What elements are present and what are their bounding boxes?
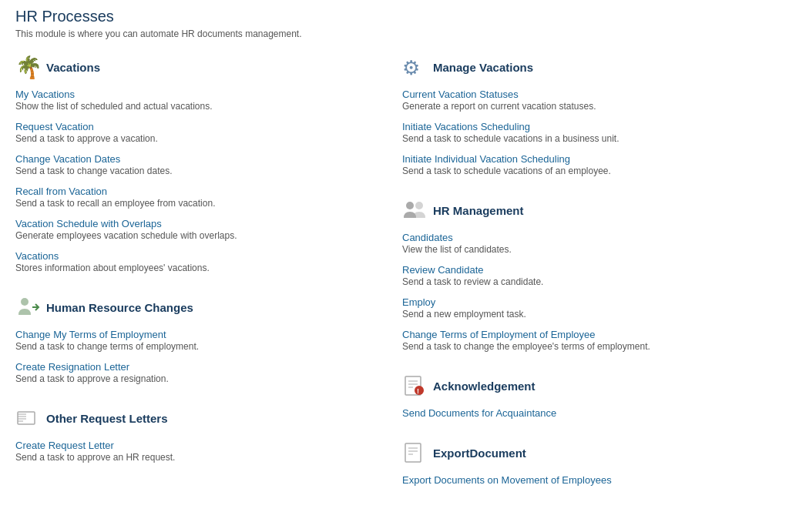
menu-desc-hr-changes-1: Send a task to approve a resignation.: [15, 373, 387, 384]
menu-link-vacations-1[interactable]: Request Vacation: [15, 121, 387, 132]
menu-link-vacations-5[interactable]: Vacations: [15, 250, 387, 262]
section-manage-vacations: ⚙ Manage VacationsCurrent Vacation Statu…: [402, 55, 774, 176]
menu-link-acknowledgement-0[interactable]: Send Documents for Acquaintance: [402, 407, 774, 419]
svg-point-14: [415, 386, 424, 395]
menu-desc-hr-changes-0: Send a task to change terms of employmen…: [15, 341, 387, 352]
menu-desc-manage-vacations-0: Generate a report on current vacation st…: [402, 101, 774, 112]
section-title-manage-vacations: Manage Vacations: [433, 61, 533, 74]
section-hr-management: HR ManagementCandidatesView the list of …: [402, 198, 774, 352]
section-header-export-document: ExportDocument: [402, 440, 774, 465]
menu-desc-vacations-0: Show the list of scheduled and actual va…: [15, 101, 387, 112]
ack-icon: !: [402, 373, 427, 398]
main-layout: 🌴 VacationsMy VacationsShow the list of …: [15, 55, 774, 507]
section-title-other-letters: Other Request Letters: [46, 412, 168, 425]
menu-link-other-letters-0[interactable]: Create Request Letter: [15, 440, 387, 451]
section-header-vacations: 🌴 Vacations: [15, 55, 387, 79]
menu-link-hr-management-0[interactable]: Candidates: [402, 232, 774, 243]
svg-rect-2: [18, 412, 35, 424]
section-hr-changes: Human Resource ChangesChange My Terms of…: [15, 295, 387, 384]
section-title-hr-changes: Human Resource Changes: [46, 301, 193, 314]
svg-point-8: [406, 202, 414, 209]
section-header-manage-vacations: ⚙ Manage Vacations: [402, 55, 774, 79]
menu-link-hr-management-2[interactable]: Employ: [402, 296, 774, 308]
menu-item: Review CandidateSend a task to review a …: [402, 264, 774, 287]
letter-icon: [15, 406, 40, 430]
menu-desc-hr-management-2: Send a new employment task.: [402, 309, 774, 320]
section-other-letters: Other Request LettersCreate Request Lett…: [15, 406, 387, 463]
menu-desc-vacations-2: Send a task to change vacation dates.: [15, 166, 387, 176]
menu-link-vacations-4[interactable]: Vacation Schedule with Overlaps: [15, 218, 387, 229]
menu-link-manage-vacations-1[interactable]: Initiate Vacations Scheduling: [402, 121, 774, 132]
menu-item: Change Terms of Employment of EmployeeSe…: [402, 329, 774, 352]
left-column: 🌴 VacationsMy VacationsShow the list of …: [15, 55, 387, 507]
section-header-hr-changes: Human Resource Changes: [15, 295, 387, 320]
svg-text:!: !: [417, 387, 419, 395]
section-header-acknowledgement: ! Acknowledgement: [402, 373, 774, 398]
menu-link-hr-management-3[interactable]: Change Terms of Employment of Employee: [402, 329, 774, 340]
gear-icon: ⚙: [402, 55, 427, 79]
menu-item: Recall from VacationSend a task to recal…: [15, 186, 387, 209]
menu-link-vacations-2[interactable]: Change Vacation Dates: [15, 153, 387, 165]
section-title-vacations: Vacations: [46, 61, 100, 74]
section-vacations: 🌴 VacationsMy VacationsShow the list of …: [15, 55, 387, 273]
section-header-other-letters: Other Request Letters: [15, 406, 387, 430]
menu-desc-hr-management-1: Send a task to review a candidate.: [402, 276, 774, 287]
hr-mgmt-icon: [402, 198, 427, 223]
menu-link-hr-management-1[interactable]: Review Candidate: [402, 264, 774, 276]
page-subtitle: This module is where you can automate HR…: [15, 28, 774, 39]
hr-changes-icon: [15, 295, 40, 320]
section-export-document: ExportDocumentExport Documents on Moveme…: [402, 440, 774, 486]
menu-item: Initiate Individual Vacation SchedulingS…: [402, 153, 774, 176]
palm-icon: 🌴: [15, 55, 40, 79]
menu-desc-hr-management-0: View the list of candidates.: [402, 244, 774, 255]
menu-item: CandidatesView the list of candidates.: [402, 232, 774, 255]
svg-point-9: [415, 202, 423, 209]
palm-icon: 🌴: [15, 55, 40, 79]
menu-link-vacations-0[interactable]: My Vacations: [15, 89, 387, 100]
section-title-acknowledgement: Acknowledgement: [433, 380, 536, 393]
hr-changes-icon: [15, 295, 40, 320]
ack-icon: !: [402, 373, 427, 398]
letter-icon: [15, 406, 40, 430]
export-icon: [402, 440, 427, 465]
svg-point-1: [21, 298, 29, 306]
section-title-hr-management: HR Management: [433, 204, 524, 217]
menu-link-manage-vacations-2[interactable]: Initiate Individual Vacation Scheduling: [402, 153, 774, 165]
menu-link-hr-changes-1[interactable]: Create Resignation Letter: [15, 361, 387, 373]
menu-item: VacationsStores information about employ…: [15, 250, 387, 273]
menu-item: Request VacationSend a task to approve a…: [15, 121, 387, 144]
gear-icon: ⚙: [402, 55, 427, 79]
menu-desc-vacations-4: Generate employees vacation schedule wit…: [15, 230, 387, 241]
menu-item: Change My Terms of EmploymentSend a task…: [15, 329, 387, 352]
section-header-hr-management: HR Management: [402, 198, 774, 223]
menu-link-hr-changes-0[interactable]: Change My Terms of Employment: [15, 329, 387, 340]
hr-mgmt-icon: [402, 198, 427, 223]
menu-item: Send Documents for Acquaintance: [402, 407, 774, 419]
menu-item: Change Vacation DatesSend a task to chan…: [15, 153, 387, 176]
section-title-export-document: ExportDocument: [433, 447, 526, 460]
menu-link-manage-vacations-0[interactable]: Current Vacation Statuses: [402, 89, 774, 100]
svg-text:⚙: ⚙: [402, 56, 420, 79]
section-acknowledgement: ! AcknowledgementSend Documents for Acqu…: [402, 373, 774, 419]
menu-item: Create Request LetterSend a task to appr…: [15, 440, 387, 463]
export-icon: [402, 440, 427, 465]
page-title: HR Processes: [15, 8, 774, 25]
svg-rect-16: [405, 443, 421, 462]
menu-link-vacations-3[interactable]: Recall from Vacation: [15, 186, 387, 197]
menu-desc-vacations-5: Stores information about employees' vaca…: [15, 263, 387, 273]
menu-item: EmploySend a new employment task.: [402, 296, 774, 320]
menu-item: Create Resignation LetterSend a task to …: [15, 361, 387, 384]
menu-desc-vacations-3: Send a task to recall an employee from v…: [15, 198, 387, 209]
menu-link-export-document-0[interactable]: Export Documents on Movement of Employee…: [402, 474, 774, 486]
menu-desc-other-letters-0: Send a task to approve an HR request.: [15, 452, 387, 463]
menu-desc-manage-vacations-2: Send a task to schedule vacations of an …: [402, 166, 774, 176]
menu-item: Current Vacation StatusesGenerate a repo…: [402, 89, 774, 112]
menu-desc-vacations-1: Send a task to approve a vacation.: [15, 133, 387, 144]
menu-desc-manage-vacations-1: Send a task to schedule vacations in a b…: [402, 133, 774, 144]
menu-item: Initiate Vacations SchedulingSend a task…: [402, 121, 774, 144]
menu-item: Export Documents on Movement of Employee…: [402, 474, 774, 486]
svg-text:🌴: 🌴: [15, 55, 40, 79]
menu-desc-hr-management-3: Send a task to change the employee's ter…: [402, 341, 774, 352]
menu-item: My VacationsShow the list of scheduled a…: [15, 89, 387, 112]
right-column: ⚙ Manage VacationsCurrent Vacation Statu…: [402, 55, 774, 507]
